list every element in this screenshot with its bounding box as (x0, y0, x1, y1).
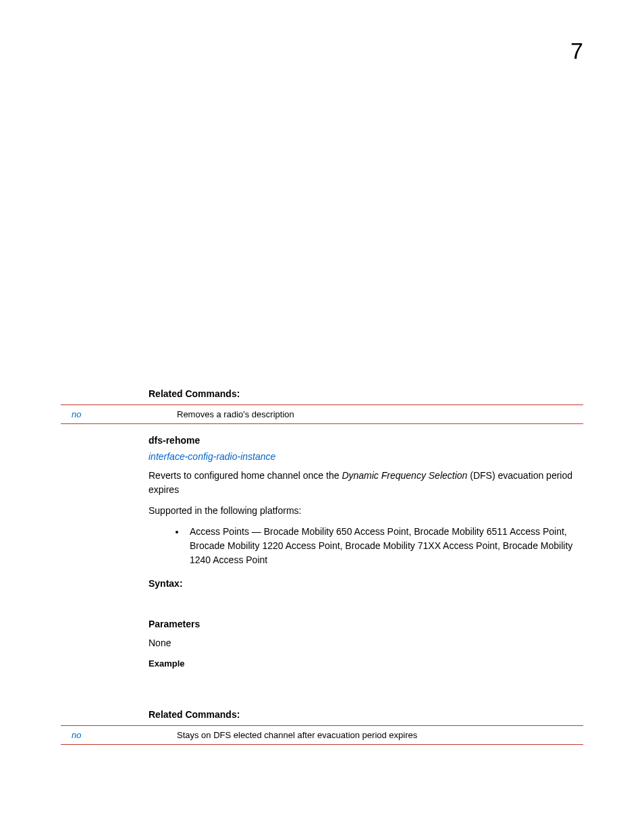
related-commands-table-1: no Removes a radio's description (61, 405, 583, 424)
related-commands-heading-1: Related Commands: (149, 388, 583, 399)
page-number: 7 (61, 38, 583, 64)
command-link-no-2[interactable]: no (61, 726, 171, 745)
example-heading: Example (149, 658, 583, 669)
supported-platforms-heading: Supported in the following platforms: (149, 504, 583, 518)
parameters-heading: Parameters (149, 619, 583, 629)
platforms-list: Access Points — Brocade Mobility 650 Acc… (149, 525, 583, 567)
command-desc-1: Removes a radio's description (171, 405, 583, 424)
dfs-description: Reverts to configured home channel once … (149, 469, 583, 497)
command-desc-2: Stays on DFS elected channel after evacu… (171, 726, 583, 745)
desc-pre: Reverts to configured home channel once … (149, 470, 342, 481)
desc-em: Dynamic Frequency Selection (342, 470, 467, 481)
list-item: Access Points — Brocade Mobility 650 Acc… (186, 525, 583, 567)
table-row: no Stays on DFS elected channel after ev… (61, 726, 583, 745)
command-link-no-1[interactable]: no (61, 405, 171, 424)
section-title-dfs-rehome: dfs-rehome (149, 435, 583, 446)
related-commands-heading-2: Related Commands: (149, 709, 583, 720)
table-row: no Removes a radio's description (61, 405, 583, 424)
link-interface-config[interactable]: interface-config-radio-instance (149, 451, 583, 462)
parameters-none: None (149, 636, 583, 650)
related-commands-table-2: no Stays on DFS elected channel after ev… (61, 725, 583, 745)
syntax-heading: Syntax: (149, 578, 583, 589)
